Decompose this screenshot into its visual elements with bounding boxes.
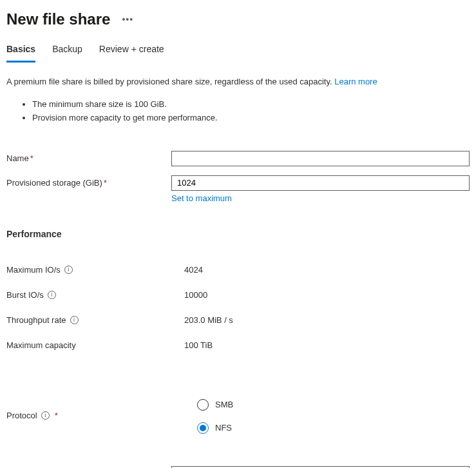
intro-text: A premium file share is billed by provis… xyxy=(6,76,470,88)
throughput-value: 203.0 MiB / s xyxy=(184,315,233,325)
name-label: Name* xyxy=(6,151,171,163)
max-io-label: Maximum IO/s i xyxy=(6,265,184,275)
tab-backup[interactable]: Backup xyxy=(52,44,82,63)
protocol-smb-radio[interactable]: SMB xyxy=(197,399,470,411)
more-icon[interactable]: ••• xyxy=(122,14,133,24)
intro-bullets: The minimum share size is 100 GiB. Provi… xyxy=(32,98,470,125)
required-icon: * xyxy=(55,411,58,420)
storage-label: Provisioned storage (GiB)* xyxy=(6,175,171,188)
bullet-provision: Provision more capacity to get more perf… xyxy=(32,112,470,125)
max-io-value: 4024 xyxy=(184,265,203,275)
page-title: New file share xyxy=(6,10,110,28)
protocol-label: Protocol i * xyxy=(6,398,184,434)
tab-basics[interactable]: Basics xyxy=(6,44,35,63)
required-icon: * xyxy=(104,178,107,188)
name-input[interactable] xyxy=(171,151,470,166)
performance-heading: Performance xyxy=(6,229,470,239)
info-icon[interactable]: i xyxy=(64,266,73,274)
max-capacity-label: Maximum capacity xyxy=(6,340,184,350)
set-to-maximum-link[interactable]: Set to maximum xyxy=(171,193,232,203)
info-icon[interactable]: i xyxy=(41,411,50,420)
tab-bar: Basics Backup Review + create xyxy=(6,44,470,63)
protocol-nfs-label: NFS xyxy=(215,423,232,433)
intro-body: A premium file share is billed by provis… xyxy=(6,77,334,86)
protocol-smb-label: SMB xyxy=(215,400,233,409)
required-icon: * xyxy=(30,153,33,163)
learn-more-link[interactable]: Learn more xyxy=(334,77,377,86)
max-capacity-value: 100 TiB xyxy=(184,340,213,350)
info-icon[interactable]: i xyxy=(70,316,79,324)
burst-io-label: Burst IO/s i xyxy=(6,290,184,300)
tab-review-create[interactable]: Review + create xyxy=(99,44,164,63)
storage-input[interactable] xyxy=(171,175,470,191)
bullet-min-size: The minimum share size is 100 GiB. xyxy=(32,98,470,112)
radio-icon xyxy=(197,422,209,434)
radio-icon xyxy=(197,399,209,411)
burst-io-value: 10000 xyxy=(184,290,207,300)
protocol-radio-group: SMB NFS xyxy=(184,398,470,434)
protocol-nfs-radio[interactable]: NFS xyxy=(197,422,470,434)
info-icon[interactable]: i xyxy=(48,291,56,299)
throughput-label: Throughput rate i xyxy=(6,315,184,325)
